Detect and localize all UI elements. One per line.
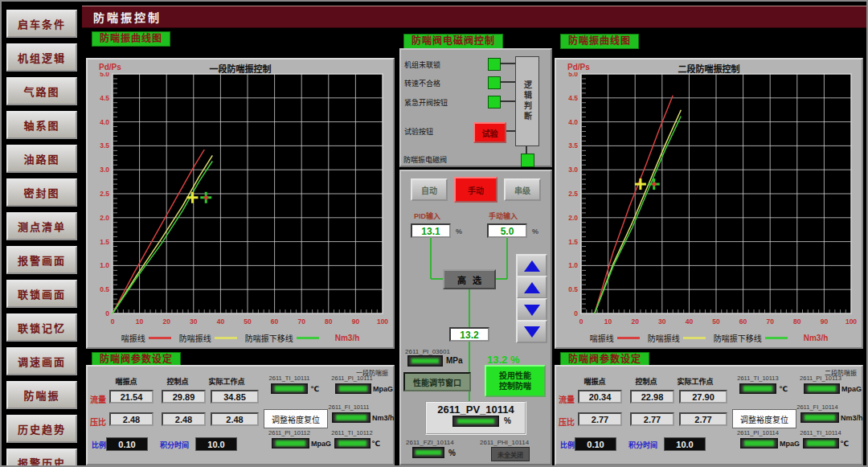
sidebar-item-联锁记忆[interactable]: 联锁记忆	[6, 313, 77, 342]
led-display	[332, 412, 371, 423]
svg-text:5.0: 5.0	[100, 72, 109, 78]
test-button[interactable]: 试验	[473, 122, 506, 143]
sidebar: 启车条件机组逻辑气路图轴系图油路图密封图测点清单报警画面联锁画面联锁记忆调速画面…	[6, 10, 77, 467]
param-cell[interactable]: 2.48	[109, 412, 154, 426]
mode-button-手动[interactable]: 手动	[454, 177, 497, 203]
right-chart-section-label: 防喘振曲线图	[560, 34, 639, 49]
sidebar-item-联锁画面[interactable]: 联锁画面	[6, 280, 77, 308]
led-display	[335, 383, 371, 394]
sidebar-item-调速画面[interactable]: 调速画面	[6, 347, 77, 375]
unit-label: MpaG	[841, 385, 862, 393]
tag-label: 2611_FI_10111	[326, 404, 372, 411]
legend-label: 防喘振线	[648, 332, 680, 344]
arrow-down-button[interactable]	[516, 320, 547, 343]
tag-label: 2611_PI_03601	[405, 348, 450, 355]
sidebar-item-轴系图[interactable]: 轴系图	[6, 111, 77, 139]
mode-button-串级[interactable]: 串级	[504, 178, 541, 201]
pid-param-field[interactable]: 0.10	[106, 437, 148, 451]
led-glow	[336, 415, 366, 420]
tag-label: 2611_TI_10114	[797, 429, 844, 436]
unit-label: MpaG	[311, 440, 331, 448]
svg-text:3.5: 3.5	[100, 141, 109, 150]
arrow-up-button[interactable]	[516, 254, 547, 277]
pid-param-field[interactable]: 10.0	[195, 437, 237, 451]
sidebar-item-启车条件[interactable]: 启车条件	[6, 10, 77, 38]
tag-label: 2611_PI_10112	[266, 429, 313, 436]
pid-input-field[interactable]: 13.1	[411, 223, 451, 238]
controller-output-field: 13.2	[449, 327, 489, 342]
svg-text:80: 80	[325, 317, 333, 326]
tag-label: 2611_PI_10111	[329, 375, 375, 382]
led-glow	[744, 440, 774, 445]
param-cell[interactable]: 29.89	[162, 390, 206, 404]
svg-text:4.5: 4.5	[568, 94, 578, 102]
sidebar-item-报警画面[interactable]: 报警画面	[6, 246, 77, 274]
param-cell: 34.85	[211, 390, 259, 404]
sidebar-item-油路图[interactable]: 油路图	[6, 145, 77, 173]
tag-label: 2611_TI_10113	[735, 375, 781, 382]
sidebar-item-机组逻辑[interactable]: 机组逻辑	[6, 43, 77, 72]
sidebar-item-密封图[interactable]: 密封图	[6, 178, 77, 207]
performance-window-button[interactable]: 性能调节窗口	[403, 372, 471, 391]
svg-text:60: 60	[271, 317, 279, 326]
unit-label: %	[448, 449, 456, 457]
arrow-up-button[interactable]	[516, 276, 547, 299]
legend-line-sample	[149, 337, 171, 339]
legend-label: 喘振线	[590, 332, 614, 344]
legend-label: 防喘振线	[179, 332, 211, 344]
svg-text:1.5: 1.5	[568, 238, 578, 246]
column-header: 喘振点	[101, 376, 151, 387]
svg-text:4.0: 4.0	[568, 118, 578, 126]
unit-label: MPa	[446, 356, 463, 365]
input-status-indicator	[488, 58, 501, 71]
param-cell[interactable]: 2.77	[630, 412, 674, 426]
legend-item: 喘振线	[121, 332, 171, 344]
led-display	[739, 383, 776, 394]
unit-label: ℃	[779, 385, 788, 393]
param-cell[interactable]: 2.77	[578, 412, 622, 426]
sidebar-item-历史趋势[interactable]: 历史趋势	[6, 415, 77, 443]
led-glow	[275, 386, 304, 391]
svg-text:1.0: 1.0	[100, 261, 109, 269]
unit-label: Nm3/h	[841, 414, 863, 422]
svg-text:0: 0	[105, 309, 109, 317]
unit-label: MpaG	[780, 440, 800, 448]
legend-label: 喘振线	[121, 332, 145, 344]
param-cell: 27.90	[679, 390, 727, 404]
sidebar-item-测点清单[interactable]: 测点清单	[6, 212, 77, 240]
led-display	[803, 438, 839, 449]
svg-text:1.0: 1.0	[568, 261, 578, 269]
first-stage-params-panel: 一段防喘振喘振点控制点实际工作点流量21.5429.8934.85压比2.482…	[86, 365, 395, 465]
adjust-margin-reset-button[interactable]: 调整裕度复位	[264, 409, 328, 428]
tag-label: 2611_TI_10112	[329, 429, 375, 436]
legend-item: 防喘振下移线	[714, 332, 788, 344]
svg-text:2.0: 2.0	[568, 214, 578, 222]
enable-performance-button[interactable]: 投用性能 控制防喘	[485, 365, 546, 397]
param-cell[interactable]: 22.98	[630, 390, 674, 404]
adjust-margin-reset-button[interactable]: 调整裕度复位	[732, 409, 796, 428]
param-cell[interactable]: 2.48	[162, 412, 206, 426]
sidebar-item-报警历史[interactable]: 报警历史	[6, 449, 77, 467]
pid-param-field[interactable]: 10.0	[664, 437, 706, 451]
x-axis-unit-label: Nm3/h	[335, 334, 360, 342]
svg-text:100: 100	[377, 317, 388, 326]
svg-text:40: 40	[217, 317, 225, 326]
svg-text:4.0: 4.0	[100, 118, 109, 126]
mode-button-自动[interactable]: 自动	[411, 178, 448, 201]
sidebar-item-防喘振[interactable]: 防喘振	[6, 381, 77, 409]
manual-input-field[interactable]: 5.0	[487, 223, 527, 238]
param-cell[interactable]: 21.54	[109, 390, 154, 404]
svg-text:50: 50	[244, 317, 252, 326]
arrow-down-button[interactable]	[516, 298, 547, 322]
param-cell[interactable]: 20.34	[578, 390, 622, 404]
page-title: 防喘振控制	[93, 9, 162, 25]
unit-label: %	[504, 416, 511, 425]
pid-param-field[interactable]: 0.10	[575, 437, 616, 451]
legend-line-sample	[297, 337, 319, 339]
valve-output-percent: 13.2 %	[487, 354, 519, 366]
solenoid-valve-indicator	[521, 154, 534, 167]
legend-item: 防喘振下移线	[245, 332, 319, 344]
svg-text:30: 30	[658, 317, 666, 326]
x-axis-unit-label: Nm3/h	[804, 334, 829, 342]
sidebar-item-气路图[interactable]: 气路图	[6, 77, 77, 105]
